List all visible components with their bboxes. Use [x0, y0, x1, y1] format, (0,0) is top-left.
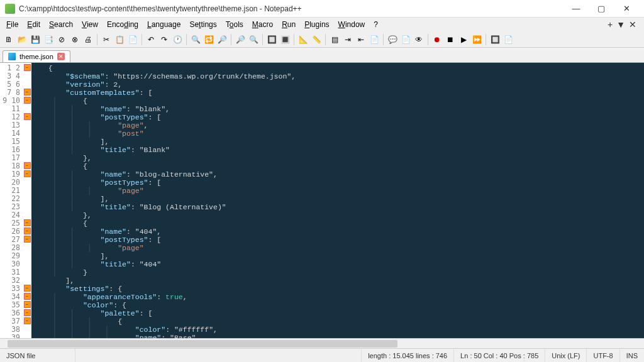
status-position: Ln : 50 Col : 40 Pos : 785	[454, 349, 545, 362]
toggle-down-icon[interactable]: ▼	[616, 19, 625, 30]
menu-bar: File Edit Search View Encoding Language …	[0, 18, 644, 31]
status-filetype: JSON file	[0, 349, 75, 362]
indent-icon[interactable]: ⇥	[341, 33, 354, 46]
status-insert: INS	[620, 349, 644, 362]
comment-icon[interactable]: 💬	[386, 33, 399, 46]
undo-icon[interactable]: ↶	[145, 33, 157, 46]
menu-run[interactable]: Run	[278, 19, 299, 30]
menu-settings[interactable]: Settings	[186, 19, 220, 30]
toggle-x-icon[interactable]: ✕	[629, 19, 636, 30]
doc2-icon[interactable]: 📄	[399, 33, 412, 46]
file-icon	[8, 53, 16, 60]
toolbar: 🗎 📂 💾 📑 ⊘ ⊗ 🖨 ✂ 📋 📄 ↶ ↷ 🕐 🔍 🔁 🔎 🔎 🔍 🔲 🔳 …	[0, 31, 644, 48]
menu-encoding[interactable]: Encoding	[103, 19, 142, 30]
close-all-icon[interactable]: ⊗	[69, 33, 81, 46]
sync-v-icon[interactable]: 🔲	[265, 33, 278, 46]
doc-icon[interactable]: 📄	[368, 33, 380, 46]
show-all-chars-icon[interactable]: ▤	[328, 33, 341, 46]
misc2-icon[interactable]: 📄	[502, 33, 514, 46]
play-icon[interactable]: ▶	[457, 33, 470, 46]
menu-file[interactable]: File	[3, 19, 22, 30]
save-icon[interactable]: 💾	[29, 33, 42, 46]
replace-icon[interactable]: 🔁	[203, 33, 215, 46]
fold-margin[interactable]: −−−−−−−−−−−−−−−	[23, 63, 31, 338]
window-title: C:\xampp\htdocs\test\wp-content\themes\t…	[19, 4, 564, 13]
history-icon[interactable]: 🕐	[171, 33, 184, 46]
save-all-icon[interactable]: 📑	[42, 33, 55, 46]
status-length: length : 15.045 lines : 746	[362, 349, 454, 362]
find-files-icon[interactable]: 🔎	[216, 33, 228, 46]
menu-window[interactable]: Window	[335, 19, 369, 30]
stop-icon[interactable]: ⏹	[444, 33, 457, 46]
misc1-icon[interactable]: 🔲	[489, 33, 501, 46]
menu-tools[interactable]: Tools	[222, 19, 247, 30]
menu-plugins[interactable]: Plugins	[301, 19, 333, 30]
tab-label: theme.json	[19, 53, 53, 60]
status-encoding: UTF-8	[587, 349, 619, 362]
menu-search[interactable]: Search	[45, 19, 77, 30]
minimize-button[interactable]: —	[564, 1, 589, 16]
find-icon[interactable]: 🔍	[189, 33, 202, 46]
tab-bar: theme.json ✕	[0, 48, 644, 63]
new-file-icon[interactable]: 🗎	[3, 33, 15, 46]
menu-help[interactable]: ?	[370, 19, 382, 30]
maximize-button[interactable]: ▢	[589, 1, 614, 16]
redo-icon[interactable]: ↷	[158, 33, 170, 46]
code-content[interactable]: { "$schema": "https://schemas.wp.org/tru…	[31, 63, 644, 338]
toggle-plus-icon[interactable]: +	[608, 19, 613, 30]
record-icon[interactable]: ⏺	[431, 33, 443, 46]
tab-theme-json[interactable]: theme.json ✕	[3, 50, 70, 62]
menu-language[interactable]: Language	[143, 19, 184, 30]
paste-icon[interactable]: 📄	[126, 33, 139, 46]
outdent-icon[interactable]: ⇤	[355, 33, 367, 46]
app-icon	[5, 4, 15, 14]
scrollbar-thumb[interactable]	[8, 340, 397, 348]
zoom-in-icon[interactable]: 🔎	[234, 33, 247, 46]
line-numbers: 1 2 3 4 5 6 7 8 9 10 11 12 13 14 15 16 1…	[0, 63, 23, 338]
fast-icon[interactable]: ⏩	[470, 33, 483, 46]
title-bar: C:\xampp\htdocs\test\wp-content\themes\t…	[0, 0, 644, 18]
monitor-icon[interactable]: 👁	[413, 33, 425, 46]
status-eol: Unix (LF)	[545, 349, 587, 362]
open-file-icon[interactable]: 📂	[16, 33, 28, 46]
status-bar: JSON file length : 15.045 lines : 746 Ln…	[0, 348, 644, 362]
print-icon[interactable]: 🖨	[82, 33, 94, 46]
menu-macro[interactable]: Macro	[248, 19, 277, 30]
menu-view[interactable]: View	[78, 19, 102, 30]
sync-h-icon[interactable]: 🔳	[279, 33, 291, 46]
cut-icon[interactable]: ✂	[100, 33, 113, 46]
copy-icon[interactable]: 📋	[113, 33, 126, 46]
editor-area[interactable]: 1 2 3 4 5 6 7 8 9 10 11 12 13 14 15 16 1…	[0, 63, 644, 338]
close-file-icon[interactable]: ⊘	[55, 33, 68, 46]
indent-guide-icon[interactable]: 📏	[310, 33, 323, 46]
horizontal-scrollbar[interactable]	[0, 338, 644, 348]
wrap-icon[interactable]: 📐	[297, 33, 309, 46]
zoom-out-icon[interactable]: 🔍	[247, 33, 260, 46]
menu-edit[interactable]: Edit	[23, 19, 44, 30]
close-button[interactable]: ✕	[614, 1, 639, 16]
tab-close-icon[interactable]: ✕	[57, 53, 65, 60]
